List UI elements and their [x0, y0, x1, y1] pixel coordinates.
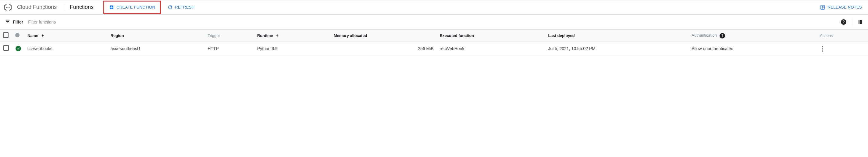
release-notes-label: RELEASE NOTES	[828, 5, 862, 9]
select-all-checkbox[interactable]	[3, 32, 8, 38]
help-icon[interactable]: ?	[841, 19, 846, 25]
divider	[64, 3, 64, 11]
svg-point-1	[7, 7, 8, 8]
refresh-label: REFRESH	[175, 5, 194, 9]
filter-label: Filter	[13, 20, 23, 24]
svg-rect-12	[277, 36, 278, 37]
cell-deployed: Jul 5, 2021, 10:55:02 PM	[545, 42, 688, 55]
svg-rect-7	[7, 23, 8, 23]
create-function-button[interactable]: CREATE FUNCTION	[106, 2, 158, 12]
column-chooser-icon[interactable]	[858, 19, 863, 25]
cell-trigger: HTTP	[205, 42, 254, 55]
svg-rect-8	[859, 20, 860, 24]
refresh-button[interactable]: REFRESH	[164, 2, 197, 12]
product-title: Cloud Functions	[17, 4, 57, 10]
col-auth[interactable]: Authentication ?	[688, 30, 817, 42]
filter-icon	[5, 19, 10, 25]
cell-actions	[817, 42, 868, 55]
cloud-functions-icon	[2, 2, 13, 13]
col-deployed[interactable]: Last deployed	[545, 30, 688, 42]
cell-name[interactable]: cc-webhooks	[24, 42, 107, 55]
svg-rect-9	[860, 20, 861, 24]
col-region[interactable]: Region	[107, 30, 205, 42]
header-checkbox-cell	[0, 30, 12, 42]
release-notes-button[interactable]: RELEASE NOTES	[817, 2, 865, 12]
col-memory[interactable]: Memory allocated	[331, 30, 437, 42]
col-name[interactable]: Name	[24, 30, 107, 42]
row-actions-menu-button[interactable]	[820, 44, 825, 53]
svg-rect-11	[42, 36, 43, 37]
sort-ascending-icon	[275, 34, 279, 38]
svg-rect-6	[6, 21, 9, 22]
create-function-label: CREATE FUNCTION	[117, 5, 155, 9]
cell-auth: Allow unauthenticated	[688, 42, 817, 55]
plus-box-icon	[109, 5, 114, 10]
status-ok-icon	[16, 46, 21, 51]
col-runtime[interactable]: Runtime	[254, 30, 331, 42]
col-actions: Actions	[817, 30, 868, 42]
cell-region: asia-southeast1	[107, 42, 205, 55]
svg-rect-5	[5, 20, 10, 21]
cell-executed: recWebHook	[437, 42, 545, 55]
col-executed[interactable]: Executed function	[437, 30, 545, 42]
svg-point-0	[6, 7, 7, 8]
filter-bar: Filter ?	[0, 15, 868, 29]
row-status-cell	[12, 42, 24, 55]
page-title: Functions	[70, 4, 94, 10]
cell-runtime: Python 3.9	[254, 42, 331, 55]
sort-ascending-icon	[40, 34, 45, 38]
col-trigger[interactable]: Trigger	[205, 30, 254, 42]
create-function-highlight: CREATE FUNCTION	[103, 1, 161, 14]
help-icon[interactable]: ?	[720, 33, 725, 38]
filter-label-group: Filter	[5, 19, 23, 25]
status-header-icon	[15, 33, 20, 37]
table-row: cc-webhooks asia-southeast1 HTTP Python …	[0, 42, 868, 55]
row-checkbox-cell	[0, 42, 12, 55]
release-notes-icon	[820, 5, 825, 10]
divider	[852, 18, 852, 26]
row-checkbox[interactable]	[3, 45, 9, 51]
table-header-row: Name Region Trigger Runtime Memory alloc…	[0, 30, 868, 42]
top-toolbar: Cloud Functions Functions CREATE FUNCTIO…	[0, 0, 868, 15]
cell-memory: 256 MiB	[331, 42, 437, 55]
refresh-icon	[167, 5, 173, 10]
header-status-cell	[12, 30, 24, 42]
svg-rect-10	[861, 20, 862, 24]
filter-input[interactable]	[27, 15, 841, 29]
svg-point-2	[9, 7, 10, 8]
functions-table: Name Region Trigger Runtime Memory alloc…	[0, 29, 868, 55]
